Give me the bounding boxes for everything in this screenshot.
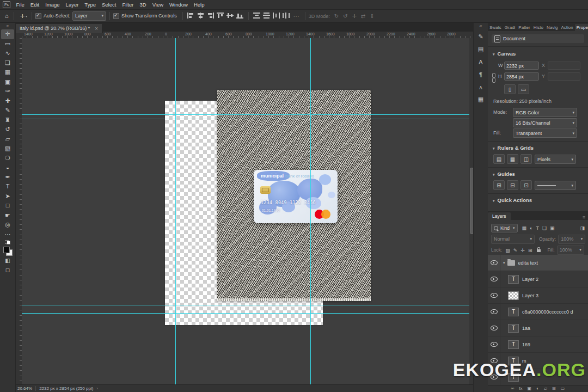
guides-clear-icon[interactable]: ⊡	[520, 180, 532, 190]
menu-type[interactable]: Type	[82, 2, 99, 8]
3d-mode-icon[interactable]: ↻	[332, 13, 341, 19]
guides-section-header[interactable]: ▾Guides	[493, 171, 515, 177]
3d-mode-icon[interactable]: ✛	[350, 13, 358, 19]
color-swatches[interactable]	[3, 247, 13, 256]
type-tool[interactable]: T	[1, 182, 14, 192]
guide-style-select[interactable]: ▾	[535, 181, 576, 190]
tab-layers[interactable]: Layers	[488, 212, 511, 220]
lock-transparent-icon[interactable]: ▨	[505, 248, 510, 253]
panel-tab-properties[interactable]: Properties	[575, 24, 588, 31]
guide-vertical-1[interactable]	[175, 38, 176, 385]
3d-mode-icon[interactable]: ⇕	[367, 13, 376, 19]
layer-thumbnail[interactable]: T	[508, 308, 519, 316]
layer-mask-icon[interactable]: ▣	[528, 387, 532, 391]
vertical-scrollbar[interactable]	[469, 38, 473, 385]
eyedropper-tool[interactable]: ✑	[1, 87, 14, 96]
lock-pixels-icon[interactable]: ✎	[513, 248, 518, 253]
menu-3d[interactable]: 3D	[137, 2, 149, 8]
frame-tool[interactable]: ▣	[1, 77, 14, 87]
layer-visibility-toggle[interactable]	[488, 304, 500, 320]
layer-filter-select[interactable]: Kind ▾	[491, 224, 518, 232]
glyphs-panel-icon[interactable]: ᴀ	[475, 81, 487, 93]
layer-visibility-toggle[interactable]	[488, 271, 500, 287]
menu-file[interactable]: File	[13, 2, 27, 8]
layer-visibility-toggle[interactable]	[488, 255, 500, 271]
distribute-horizontal-center-icon[interactable]	[283, 13, 290, 19]
edit-toolbar[interactable]: ⋯	[1, 230, 14, 240]
link-layers-icon[interactable]: ∞	[511, 387, 514, 391]
delete-layer-icon[interactable]: ▭	[561, 387, 565, 391]
gradient-tool[interactable]: ▧	[1, 144, 14, 154]
landscape-orientation-icon[interactable]: ▭	[518, 84, 529, 94]
layer-row-169[interactable]: T169	[488, 336, 588, 353]
zoom-tool[interactable]: ◎	[1, 220, 14, 230]
align-right-icon[interactable]	[207, 13, 214, 19]
foreground-color-swatch[interactable]	[3, 247, 10, 253]
filter-type-icon[interactable]: T	[536, 225, 539, 231]
lock-position-icon[interactable]: ✛	[520, 248, 525, 253]
clone-source-icon[interactable]: ▤	[475, 43, 487, 56]
quick-mask-button[interactable]: ◧	[5, 256, 10, 265]
more-options-button[interactable]: ⋯	[291, 13, 302, 20]
screen-mode-button[interactable]: ◻	[5, 265, 10, 274]
crop-tool[interactable]: ▦	[1, 68, 14, 77]
rectangle-tool[interactable]: □	[1, 201, 14, 211]
menu-view[interactable]: View	[149, 2, 166, 8]
paragraph-panel-icon[interactable]: ¶	[475, 68, 487, 81]
new-layer-icon[interactable]: ⊞	[552, 387, 556, 391]
blur-tool[interactable]: ❍	[1, 154, 14, 163]
guide-vertical-2[interactable]	[310, 38, 311, 385]
distribute-vertical-top-icon[interactable]	[253, 13, 260, 19]
bit-depth-select[interactable]: 16 Bits/Channel ▾	[513, 118, 577, 127]
filter-smart-icon[interactable]: ▣	[550, 225, 555, 231]
height-field[interactable]: 2854 px	[504, 72, 539, 81]
filter-shape-icon[interactable]: ❏	[542, 225, 547, 231]
canvas-section-header[interactable]: ▾Canvas	[493, 51, 516, 57]
marquee-tool[interactable]: ▭	[1, 39, 14, 49]
brush-settings-icon[interactable]: ✎	[475, 30, 487, 43]
document-tab[interactable]: Italy id.psd @ 20.7% (RGB/16) * ×	[15, 24, 103, 33]
show-transform-checkbox[interactable]	[113, 13, 119, 19]
panel-tab-navig[interactable]: Navig	[545, 24, 559, 31]
pen-tool[interactable]: ✒	[1, 173, 14, 182]
libraries-panel-icon[interactable]: ▦	[475, 93, 487, 106]
panel-tab-histo[interactable]: Histo	[532, 24, 545, 31]
panel-tab-action[interactable]: Action	[559, 24, 574, 31]
zoom-level-field[interactable]: 20.64%	[17, 386, 32, 391]
canvas-fill-select[interactable]: Transparent ▾	[513, 128, 577, 138]
color-mode-select[interactable]: RGB Color ▾	[513, 108, 577, 117]
adjustment-layer-icon[interactable]: ◐	[536, 387, 539, 391]
healing-brush-tool[interactable]: ✚	[1, 96, 14, 106]
layer-thumbnail[interactable]	[508, 291, 519, 300]
toolbar-collapse-icon[interactable]: »	[7, 22, 9, 29]
auto-select-target-select[interactable]: Layer ▾	[72, 11, 106, 21]
layer-row-edita-text[interactable]: ▾edita text	[488, 255, 588, 271]
link-dimensions-icon[interactable]	[492, 73, 495, 82]
3d-mode-icon[interactable]: ⇄	[359, 13, 367, 19]
close-tab-icon[interactable]: ×	[95, 26, 98, 32]
ruler-toggle-icon[interactable]: ▤	[493, 154, 505, 164]
layer-row-c8a0000000ccccccc0-d[interactable]: Tc8a0000000ccccccc0 d	[488, 304, 588, 320]
align-bottom-icon[interactable]	[236, 13, 243, 19]
align-middle-icon[interactable]	[226, 13, 234, 19]
menu-image[interactable]: Image	[42, 2, 63, 8]
expand-panels-icon[interactable]: «	[479, 22, 482, 30]
layer-thumbnail[interactable]: T	[508, 340, 519, 349]
menu-help[interactable]: Help	[191, 2, 207, 8]
guide-horizontal-4[interactable]	[22, 313, 473, 314]
filter-adjustment-icon[interactable]: ◐	[530, 225, 532, 231]
brush-tool[interactable]: ✎	[1, 106, 14, 115]
clone-stamp-tool[interactable]: ♜	[1, 115, 14, 125]
panel-tab-swats[interactable]: Swats	[488, 24, 503, 31]
guide-horizontal-2[interactable]	[22, 119, 473, 119]
layer-thumbnail[interactable]: T	[508, 275, 519, 284]
auto-select-checkbox[interactable]	[35, 13, 41, 19]
y-field[interactable]	[548, 72, 580, 81]
menu-select[interactable]: Select	[99, 2, 119, 8]
lock-artboard-icon[interactable]: ⊞	[528, 248, 532, 253]
layer-thumbnail[interactable]: T	[508, 324, 519, 333]
grid-toggle-icon[interactable]: ▦	[507, 154, 518, 164]
distribute-vertical-center-icon[interactable]	[263, 13, 270, 19]
guide-horizontal-3[interactable]	[22, 305, 473, 306]
menu-edit[interactable]: Edit	[27, 2, 42, 8]
